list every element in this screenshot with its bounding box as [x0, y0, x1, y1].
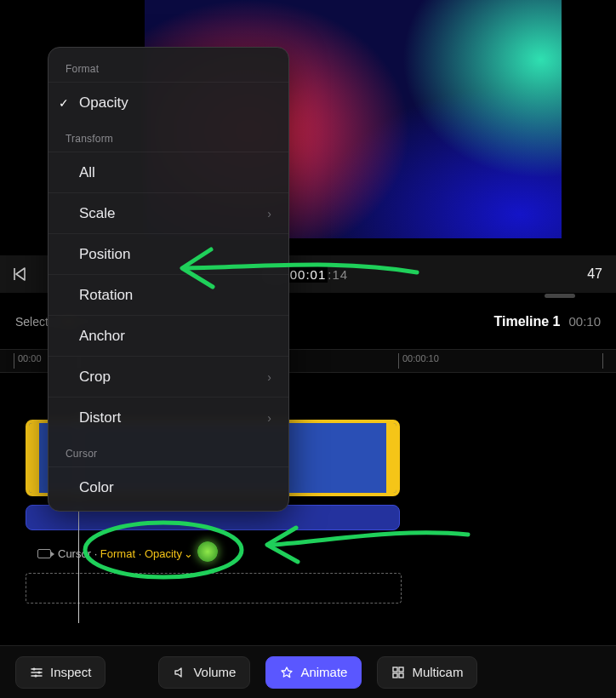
menu-section-format: Format: [48, 53, 288, 82]
sliders-icon: [30, 666, 43, 679]
volume-label: Volume: [193, 665, 236, 679]
timeline-duration: 00:10: [568, 314, 601, 329]
inspect-label: Inspect: [50, 665, 91, 679]
bottom-toolbar: Inspect Volume Animate Multicam: [0, 645, 616, 698]
chevron-right-icon: ›: [267, 207, 271, 220]
skip-back-icon[interactable]: [12, 266, 27, 282]
ruler-tick: 00:00: [14, 353, 42, 369]
tc-selected: 00:01: [288, 266, 328, 283]
svg-rect-4: [393, 667, 397, 672]
menu-section-cursor: Cursor: [48, 438, 288, 466]
menu-item-rotation[interactable]: Rotation: [48, 274, 288, 315]
menu-item-label: All: [79, 164, 95, 181]
menu-item-scale[interactable]: Scale ›: [48, 192, 288, 233]
chevron-right-icon: ›: [267, 411, 271, 425]
check-icon: ✓: [59, 96, 69, 110]
animate-icon: [280, 666, 294, 679]
menu-item-distort[interactable]: Distort ›: [48, 397, 288, 438]
annotation-highlight-dot: [197, 541, 218, 562]
menu-item-position[interactable]: Position: [48, 233, 288, 274]
chevron-right-icon: ›: [267, 370, 271, 384]
menu-item-opacity[interactable]: ✓ Opacity: [48, 82, 288, 123]
animate-property-menu[interactable]: Format ✓ Opacity Transform All Scale › P…: [48, 47, 289, 512]
camera-icon: [37, 549, 51, 558]
speaker-icon: [173, 666, 186, 679]
cursor-row-prefix: Cursor: [58, 547, 91, 560]
volume-button[interactable]: Volume: [158, 656, 250, 689]
animate-button[interactable]: Animate: [265, 656, 362, 689]
menu-item-label: Anchor: [79, 328, 125, 345]
menu-item-color[interactable]: Color: [48, 466, 288, 507]
menu-item-label: Distort: [79, 409, 121, 426]
menu-item-label: Color: [79, 479, 114, 496]
timeline-name[interactable]: Timeline 1: [493, 314, 560, 329]
ruler-tick: [602, 353, 607, 369]
tc-suffix: :14: [328, 267, 348, 282]
timeline-drag-handle[interactable]: [545, 294, 575, 298]
svg-rect-5: [399, 667, 403, 672]
menu-item-label: Opacity: [79, 94, 128, 112]
menu-item-label: Position: [79, 246, 130, 263]
svg-point-2: [37, 671, 40, 673]
cursor-row-opacity: Opacity: [145, 547, 182, 560]
drop-target[interactable]: [26, 573, 402, 604]
clip-duration-secs: 47: [587, 266, 604, 282]
inspect-button[interactable]: Inspect: [15, 656, 106, 689]
menu-item-label: Scale: [79, 205, 116, 222]
grid-icon: [391, 666, 405, 679]
ruler-tick: 00:00:10: [398, 353, 439, 369]
multicam-button[interactable]: Multicam: [377, 656, 477, 689]
svg-rect-6: [393, 673, 397, 678]
svg-point-1: [32, 667, 35, 670]
menu-item-anchor[interactable]: Anchor: [48, 315, 288, 356]
svg-rect-7: [399, 673, 403, 678]
svg-point-3: [34, 674, 37, 677]
menu-item-crop[interactable]: Crop ›: [48, 356, 288, 397]
cursor-row-format: Format: [100, 547, 135, 560]
menu-section-transform: Transform: [48, 123, 288, 152]
menu-item-all[interactable]: All: [48, 152, 288, 192]
menu-item-label: Rotation: [79, 287, 133, 304]
menu-item-label: Crop: [79, 369, 111, 386]
multicam-label: Multicam: [412, 665, 463, 679]
chevron-down-icon[interactable]: ⌄: [184, 547, 193, 560]
animate-label: Animate: [300, 665, 347, 679]
